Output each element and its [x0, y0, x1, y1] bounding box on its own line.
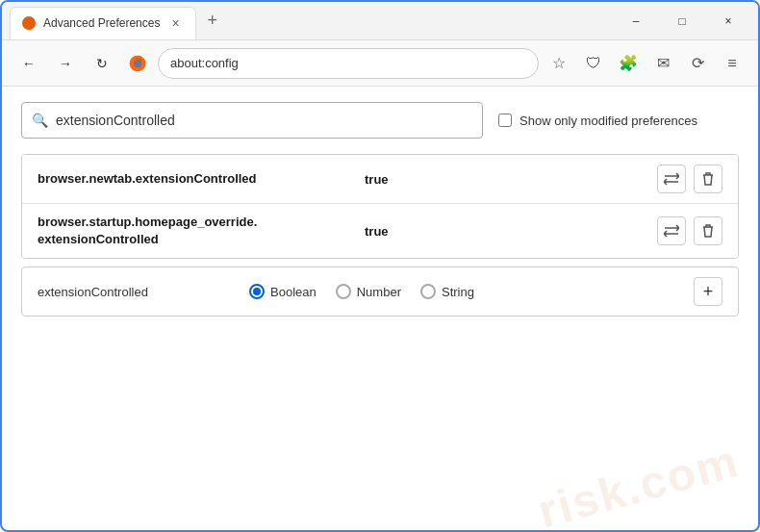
- title-bar: Advanced Preferences × + – □ ×: [2, 2, 758, 40]
- table-row: browser.newtab.extensionControlled true: [22, 155, 738, 204]
- show-modified-text: Show only modified preferences: [519, 114, 697, 128]
- bookmark-button[interactable]: ☆: [545, 49, 573, 78]
- search-input[interactable]: [56, 113, 472, 128]
- browser-tab[interactable]: Advanced Preferences ×: [10, 7, 196, 39]
- content-area: 🔍 Show only modified preferences browser…: [2, 87, 758, 332]
- show-modified-checkbox[interactable]: [498, 114, 512, 127]
- mail-button[interactable]: ✉: [648, 49, 677, 78]
- table-row: browser.startup.homepage_override. exten…: [22, 204, 738, 258]
- new-preference-row: extensionControlled Boolean Number Strin…: [21, 266, 739, 317]
- new-tab-button[interactable]: +: [200, 7, 226, 35]
- number-label: Number: [357, 285, 401, 299]
- new-pref-name: extensionControlled: [38, 285, 230, 299]
- string-radio-circle[interactable]: [420, 284, 436, 299]
- navigation-bar: ← → ↻ about:config ☆ 🛡 🧩 ✉ ⟳ ≡: [2, 40, 758, 87]
- watermark: risk.com: [532, 434, 744, 532]
- type-boolean-option[interactable]: Boolean: [249, 284, 317, 299]
- pref-name-2: browser.startup.homepage_override. exten…: [38, 214, 365, 248]
- string-label: String: [442, 285, 474, 299]
- forward-button[interactable]: →: [50, 48, 81, 79]
- maximize-button[interactable]: □: [660, 6, 704, 37]
- tab-favicon: [22, 16, 36, 30]
- refresh-button[interactable]: ↻: [87, 48, 117, 79]
- shield-button[interactable]: 🛡: [579, 49, 608, 78]
- pref-delete-button-2[interactable]: [694, 216, 722, 245]
- search-box[interactable]: 🔍: [21, 102, 483, 139]
- type-radio-group: Boolean Number String: [249, 284, 674, 299]
- pref-toggle-button-2[interactable]: [657, 216, 686, 245]
- pref-actions-2: [657, 216, 722, 245]
- back-button[interactable]: ←: [13, 48, 44, 79]
- number-radio-circle[interactable]: [336, 284, 351, 299]
- pref-toggle-button-1[interactable]: [657, 165, 686, 193]
- menu-button[interactable]: ≡: [718, 49, 747, 78]
- show-modified-label[interactable]: Show only modified preferences: [498, 114, 697, 128]
- search-icon: 🔍: [32, 113, 48, 128]
- minimize-button[interactable]: –: [614, 6, 658, 37]
- firefox-logo: [127, 53, 148, 74]
- pref-value-1: true: [365, 172, 657, 187]
- boolean-label: Boolean: [270, 285, 317, 299]
- type-string-option[interactable]: String: [420, 284, 474, 299]
- pref-name-1: browser.newtab.extensionControlled: [38, 170, 365, 188]
- window-controls: – □ ×: [614, 6, 750, 37]
- close-button[interactable]: ×: [706, 6, 750, 37]
- pref-actions-1: [657, 165, 722, 193]
- address-text: about:config: [170, 56, 239, 70]
- pref-delete-button-1[interactable]: [694, 165, 722, 193]
- nav-icons: ☆ 🛡 🧩 ✉ ⟳ ≡: [545, 49, 747, 78]
- tab-close-button[interactable]: ×: [167, 13, 183, 33]
- search-row: 🔍 Show only modified preferences: [21, 102, 739, 139]
- tab-title: Advanced Preferences: [43, 16, 160, 30]
- pref-value-2: true: [365, 224, 657, 239]
- svg-point-1: [134, 59, 141, 66]
- type-number-option[interactable]: Number: [336, 284, 401, 299]
- add-preference-button[interactable]: +: [694, 277, 722, 306]
- tab-container: Advanced Preferences × +: [10, 2, 614, 39]
- extension-button[interactable]: 🧩: [614, 49, 643, 78]
- preferences-table: browser.newtab.extensionControlled true: [21, 154, 739, 259]
- boolean-radio-circle[interactable]: [249, 284, 265, 299]
- address-bar[interactable]: about:config: [158, 48, 539, 79]
- sync-button[interactable]: ⟳: [683, 49, 712, 78]
